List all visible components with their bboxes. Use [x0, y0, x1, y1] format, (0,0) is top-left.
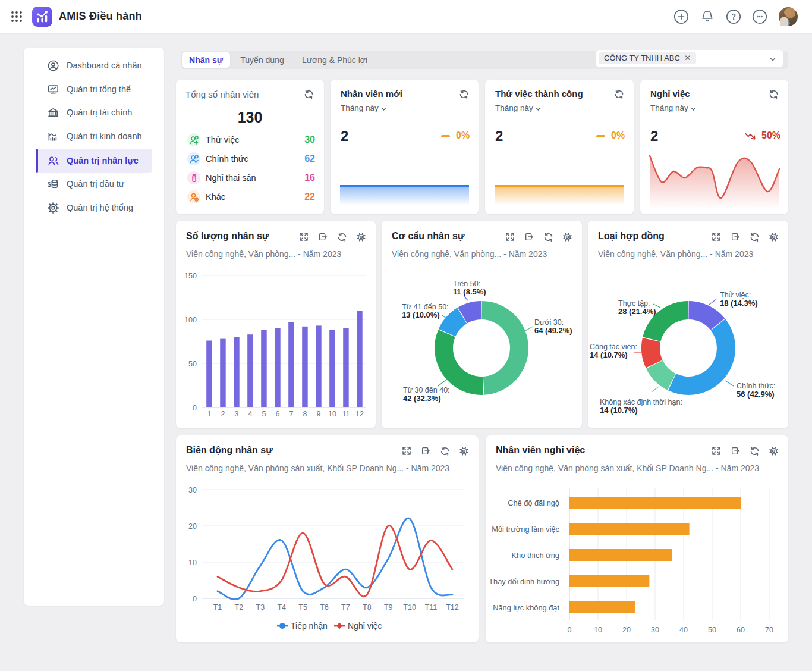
svg-text:T12: T12 [446, 603, 459, 612]
svg-text:2: 2 [221, 410, 225, 418]
svg-text:8: 8 [303, 410, 307, 418]
svg-text:T5: T5 [298, 603, 307, 612]
svg-text:14 (10.7%): 14 (10.7%) [600, 406, 638, 415]
svg-text:30: 30 [651, 626, 659, 634]
svg-text:20: 20 [188, 522, 197, 531]
svg-text:100: 100 [184, 316, 197, 324]
svg-text:20: 20 [622, 626, 631, 634]
svg-text:Nghỉ việc: Nghỉ việc [348, 621, 382, 631]
svg-text:64 (49.2%): 64 (49.2%) [534, 326, 572, 335]
svg-text:T3: T3 [256, 603, 265, 612]
svg-text:40: 40 [679, 626, 688, 634]
svg-text:10: 10 [188, 559, 197, 567]
svg-text:50: 50 [188, 360, 197, 368]
svg-text:56 (42.9%): 56 (42.9%) [737, 390, 775, 399]
svg-text:5: 5 [262, 410, 266, 418]
svg-text:50: 50 [708, 626, 716, 634]
svg-text:42 (32.3%): 42 (32.3%) [403, 394, 441, 403]
svg-text:Tiếp nhận: Tiếp nhận [291, 621, 328, 631]
svg-text:12: 12 [355, 410, 364, 418]
svg-text:150: 150 [184, 272, 197, 280]
svg-text:1: 1 [207, 410, 212, 418]
svg-text:T7: T7 [341, 603, 350, 612]
svg-text:30: 30 [188, 486, 197, 494]
svg-text:28 (21.4%): 28 (21.4%) [618, 307, 656, 316]
svg-text:0: 0 [193, 404, 197, 412]
svg-text:T8: T8 [363, 603, 372, 612]
svg-text:T1: T1 [213, 603, 222, 612]
svg-text:9: 9 [317, 410, 321, 418]
svg-text:0: 0 [568, 626, 572, 634]
svg-text:10: 10 [328, 410, 336, 418]
svg-text:T10: T10 [403, 603, 416, 612]
svg-text:11: 11 [342, 410, 350, 418]
svg-text:Chế độ đãi ngộ: Chế độ đãi ngộ [508, 498, 559, 507]
svg-text:11 (8.5%): 11 (8.5%) [453, 287, 486, 296]
svg-text:60: 60 [737, 626, 745, 634]
svg-text:Môi trường làm việc: Môi trường làm việc [492, 525, 559, 534]
svg-text:T9: T9 [384, 603, 393, 612]
svg-text:0: 0 [193, 595, 197, 603]
svg-text:Năng lực không đạt: Năng lực không đạt [493, 603, 559, 612]
svg-text:T11: T11 [425, 603, 438, 612]
svg-text:Thay đổi định hướng: Thay đổi định hướng [489, 577, 559, 586]
svg-text:$: $ [48, 181, 51, 187]
svg-text:4: 4 [248, 410, 253, 418]
svg-text:T2: T2 [235, 603, 244, 612]
svg-text:70: 70 [765, 626, 773, 634]
svg-text:6: 6 [276, 410, 280, 418]
svg-text:Khó thích ứng: Khó thích ứng [512, 551, 559, 560]
svg-text:10: 10 [594, 626, 602, 634]
svg-text:T6: T6 [320, 603, 329, 612]
svg-text:7: 7 [289, 410, 294, 418]
svg-text:18 (14.3%): 18 (14.3%) [720, 299, 758, 308]
svg-text:14 (10.7%): 14 (10.7%) [590, 350, 628, 359]
svg-text:3: 3 [235, 410, 239, 418]
svg-text:13 (10.0%): 13 (10.0%) [402, 311, 440, 319]
svg-text:T4: T4 [277, 603, 286, 612]
